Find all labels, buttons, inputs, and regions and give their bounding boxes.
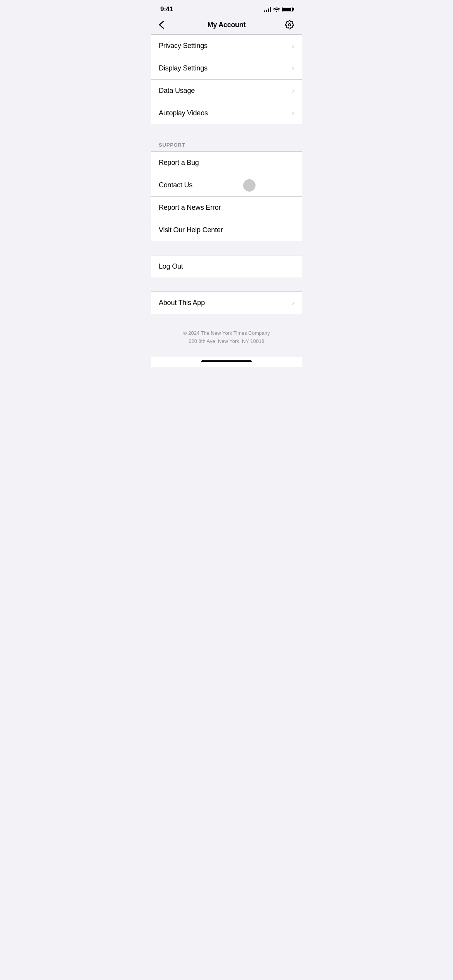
visit-help-center-label: Visit Our Help Center bbox=[159, 226, 223, 234]
chevron-icon: › bbox=[292, 64, 294, 72]
footer-line2: 620 8th Ave, New York, NY 10018 bbox=[159, 338, 294, 346]
section-gap-1 bbox=[151, 124, 302, 138]
data-usage-item[interactable]: Data Usage › bbox=[151, 80, 302, 102]
report-news-error-item[interactable]: Report a News Error bbox=[151, 197, 302, 219]
autoplay-videos-item[interactable]: Autoplay Videos › bbox=[151, 102, 302, 124]
footer-line1: © 2024 The New York Times Company bbox=[159, 329, 294, 338]
touch-ripple bbox=[243, 179, 256, 192]
visit-help-center-item[interactable]: Visit Our Help Center bbox=[151, 219, 302, 241]
support-menu-section: Report a Bug Contact Us Report a News Er… bbox=[151, 152, 302, 241]
back-button[interactable] bbox=[159, 21, 173, 29]
about-section: About This App › bbox=[151, 291, 302, 314]
contact-us-label: Contact Us bbox=[159, 181, 192, 189]
log-out-item[interactable]: Log Out bbox=[151, 255, 302, 278]
home-bar bbox=[201, 360, 252, 362]
support-label: SUPPORT bbox=[159, 142, 185, 148]
display-settings-item[interactable]: Display Settings › bbox=[151, 57, 302, 80]
logout-section: Log Out bbox=[151, 255, 302, 278]
section-gap-3 bbox=[151, 278, 302, 291]
privacy-settings-item[interactable]: Privacy Settings › bbox=[151, 35, 302, 57]
chevron-icon: › bbox=[292, 87, 294, 95]
battery-icon bbox=[282, 7, 293, 12]
about-app-label: About This App bbox=[159, 299, 205, 307]
section-gap-2 bbox=[151, 241, 302, 255]
status-bar: 9:41 bbox=[151, 0, 302, 15]
privacy-settings-label: Privacy Settings bbox=[159, 42, 208, 50]
nav-header: My Account bbox=[151, 15, 302, 34]
report-bug-label: Report a Bug bbox=[159, 159, 199, 167]
page-title: My Account bbox=[208, 21, 245, 29]
status-icons bbox=[264, 7, 293, 12]
main-menu-section: Privacy Settings › Display Settings › Da… bbox=[151, 34, 302, 124]
autoplay-videos-label: Autoplay Videos bbox=[159, 109, 208, 117]
report-news-error-label: Report a News Error bbox=[159, 204, 221, 212]
chevron-icon: › bbox=[292, 299, 294, 307]
status-time: 9:41 bbox=[160, 5, 173, 13]
settings-button[interactable] bbox=[280, 20, 294, 29]
wifi-icon bbox=[273, 7, 280, 12]
about-app-item[interactable]: About This App › bbox=[151, 292, 302, 314]
chevron-icon: › bbox=[292, 109, 294, 117]
contact-us-item[interactable]: Contact Us bbox=[151, 174, 302, 197]
signal-icon bbox=[264, 7, 271, 12]
data-usage-label: Data Usage bbox=[159, 87, 195, 95]
display-settings-label: Display Settings bbox=[159, 64, 208, 72]
support-section-header: SUPPORT bbox=[151, 138, 302, 152]
home-indicator-area bbox=[151, 357, 302, 367]
chevron-icon: › bbox=[292, 42, 294, 50]
log-out-label: Log Out bbox=[159, 262, 183, 271]
report-bug-item[interactable]: Report a Bug bbox=[151, 152, 302, 174]
footer: © 2024 The New York Times Company 620 8t… bbox=[151, 314, 302, 357]
